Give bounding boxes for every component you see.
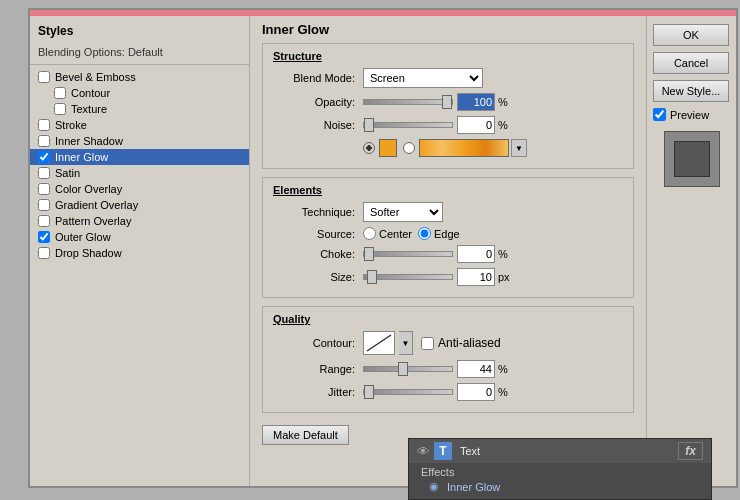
bevel-emboss-label: Bevel & Emboss — [55, 71, 136, 83]
effects-label: Effects — [417, 466, 703, 478]
satin-label: Satin — [55, 167, 80, 179]
preview-label: Preview — [670, 109, 709, 121]
source-center-radio[interactable] — [363, 227, 376, 240]
elements-section: Elements Technique: Softer Precise Sourc… — [262, 177, 634, 298]
sidebar-item-outer-glow[interactable]: Outer Glow — [30, 229, 249, 245]
opacity-label: Opacity: — [273, 96, 363, 108]
jitter-row: Jitter: 0 % — [273, 383, 623, 401]
sidebar-item-gradient-overlay[interactable]: Gradient Overlay — [30, 197, 249, 213]
choke-unit: % — [498, 248, 508, 260]
range-row: Range: 44 % — [273, 360, 623, 378]
inner-glow-effect-item[interactable]: ◉ Inner Glow — [417, 480, 703, 493]
left-panel: Styles Blending Options: Default Bevel &… — [30, 16, 250, 486]
preview-checkbox[interactable] — [653, 108, 666, 121]
contour-label: Contour: — [273, 337, 363, 349]
inner-glow-effect-label: Inner Glow — [447, 481, 500, 493]
contour-dropdown-arrow[interactable]: ▼ — [399, 331, 413, 355]
jitter-slider[interactable] — [363, 389, 453, 395]
svg-line-0 — [367, 335, 391, 351]
gradient-dropdown[interactable]: ▼ — [511, 139, 527, 157]
anti-aliased-label: Anti-aliased — [438, 336, 501, 350]
opacity-input[interactable]: 100 — [457, 93, 495, 111]
ok-button[interactable]: OK — [653, 24, 729, 46]
range-label: Range: — [273, 363, 363, 375]
layers-panel: 👁 T Text fx Effects ◉ Inner Glow — [408, 438, 712, 500]
noise-slider[interactable] — [363, 122, 453, 128]
anti-aliased-checkbox[interactable] — [421, 337, 434, 350]
pattern-overlay-label: Pattern Overlay — [55, 215, 131, 227]
source-radio-group: Center Edge — [363, 227, 460, 240]
gradient-radio[interactable] — [403, 142, 415, 154]
outer-glow-checkbox[interactable] — [38, 231, 50, 243]
text-layer-icon: T — [434, 442, 452, 460]
inner-shadow-checkbox[interactable] — [38, 135, 50, 147]
sidebar-item-bevel-emboss[interactable]: Bevel & Emboss — [30, 69, 249, 85]
technique-select[interactable]: Softer Precise — [363, 202, 443, 222]
sidebar-item-satin[interactable]: Satin — [30, 165, 249, 181]
inner-glow-checkbox[interactable] — [38, 151, 50, 163]
panel-title: Inner Glow — [262, 22, 634, 37]
sidebar-item-inner-glow[interactable]: Inner Glow — [30, 149, 249, 165]
source-row: Source: Center Edge — [273, 227, 623, 240]
texture-checkbox[interactable] — [54, 103, 66, 115]
contour-preview[interactable] — [363, 331, 395, 355]
stroke-label: Stroke — [55, 119, 87, 131]
elements-title: Elements — [273, 184, 623, 196]
satin-checkbox[interactable] — [38, 167, 50, 179]
gradient-overlay-label: Gradient Overlay — [55, 199, 138, 211]
sidebar-item-color-overlay[interactable]: Color Overlay — [30, 181, 249, 197]
choke-slider[interactable] — [363, 251, 453, 257]
eye-icon[interactable]: 👁 — [417, 444, 430, 459]
effects-group: Effects ◉ Inner Glow — [409, 463, 711, 496]
preview-inner — [674, 141, 710, 177]
noise-input[interactable]: 0 — [457, 116, 495, 134]
choke-input[interactable]: 0 — [457, 245, 495, 263]
opacity-slider[interactable] — [363, 99, 453, 105]
structure-section: Structure Blend Mode: Screen Normal Mult… — [262, 43, 634, 169]
jitter-input[interactable]: 0 — [457, 383, 495, 401]
sidebar-item-stroke[interactable]: Stroke — [30, 117, 249, 133]
cancel-button[interactable]: Cancel — [653, 52, 729, 74]
size-unit: px — [498, 271, 510, 283]
technique-label: Technique: — [273, 206, 363, 218]
new-style-button[interactable]: New Style... — [653, 80, 729, 102]
preview-row: Preview — [653, 108, 730, 121]
noise-unit: % — [498, 119, 508, 131]
source-edge-radio[interactable] — [418, 227, 431, 240]
range-slider[interactable] — [363, 366, 453, 372]
fx-button[interactable]: fx — [678, 442, 703, 460]
color-overlay-checkbox[interactable] — [38, 183, 50, 195]
source-edge-label: Edge — [434, 228, 460, 240]
size-slider[interactable] — [363, 274, 453, 280]
quality-section: Quality Contour: ▼ Anti-aliased — [262, 306, 634, 413]
drop-shadow-checkbox[interactable] — [38, 247, 50, 259]
quality-title: Quality — [273, 313, 623, 325]
layer-style-dialog: Styles Blending Options: Default Bevel &… — [28, 8, 738, 488]
layers-header: 👁 T Text fx — [409, 439, 711, 463]
sidebar-item-drop-shadow[interactable]: Drop Shadow — [30, 245, 249, 261]
sidebar-item-inner-shadow[interactable]: Inner Shadow — [30, 133, 249, 149]
source-center-option[interactable]: Center — [363, 227, 412, 240]
opacity-unit: % — [498, 96, 508, 108]
inner-shadow-label: Inner Shadow — [55, 135, 123, 147]
contour-checkbox[interactable] — [54, 87, 66, 99]
sidebar-item-contour[interactable]: Contour — [30, 85, 249, 101]
gradient-overlay-checkbox[interactable] — [38, 199, 50, 211]
outer-glow-label: Outer Glow — [55, 231, 111, 243]
choke-label: Choke: — [273, 248, 363, 260]
stroke-checkbox[interactable] — [38, 119, 50, 131]
source-edge-option[interactable]: Edge — [418, 227, 460, 240]
gradient-preview[interactable] — [419, 139, 509, 157]
range-input[interactable]: 44 — [457, 360, 495, 378]
blending-options-subtitle: Blending Options: Default — [30, 44, 249, 65]
sidebar-item-pattern-overlay[interactable]: Pattern Overlay — [30, 213, 249, 229]
size-input[interactable]: 10 — [457, 268, 495, 286]
blend-mode-select[interactable]: Screen Normal Multiply Overlay — [363, 68, 483, 88]
pattern-overlay-checkbox[interactable] — [38, 215, 50, 227]
solid-color-radio[interactable] — [363, 142, 375, 154]
preview-box — [664, 131, 720, 187]
color-swatch[interactable] — [379, 139, 397, 157]
make-default-button[interactable]: Make Default — [262, 425, 349, 445]
sidebar-item-texture[interactable]: Texture — [30, 101, 249, 117]
bevel-emboss-checkbox[interactable] — [38, 71, 50, 83]
